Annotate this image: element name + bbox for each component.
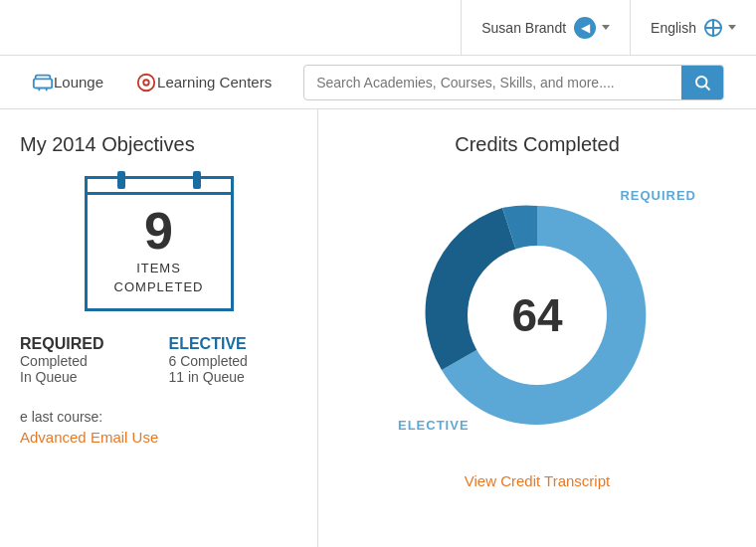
elective-label: ELECTIVE xyxy=(169,335,298,353)
search-icon xyxy=(693,74,711,91)
right-panel: Credits Completed 64 REQU xyxy=(318,109,756,547)
main-content: My 2014 Objectives 9 ITEMS COMPLETED REQ… xyxy=(0,109,756,547)
right-panel-title: Credits Completed xyxy=(348,133,726,156)
user-name: Susan Brandt xyxy=(481,20,566,36)
lounge-nav-item[interactable]: Lounge xyxy=(16,56,119,109)
elective-completed: 6 Completed xyxy=(169,353,298,369)
calendar-pin-right xyxy=(193,171,201,189)
learning-centers-label: Learning Centers xyxy=(157,74,272,91)
required-stat: REQUIRED Completed In Queue xyxy=(20,335,149,385)
svg-point-4 xyxy=(143,80,149,86)
nav-bar: Lounge Learning Centers xyxy=(0,56,756,109)
globe-icon xyxy=(704,19,722,37)
svg-line-6 xyxy=(705,86,709,90)
donut-chart: 64 xyxy=(398,176,676,455)
last-course-label: e last course: xyxy=(20,409,297,425)
calendar-top xyxy=(88,179,231,195)
required-donut-label: REQUIRED xyxy=(620,188,696,203)
learning-centers-icon xyxy=(135,72,157,93)
lounge-label: Lounge xyxy=(54,74,103,91)
view-transcript-link[interactable]: View Credit Transcript xyxy=(465,472,610,489)
svg-point-5 xyxy=(696,77,707,88)
elective-donut-label: ELECTIVE xyxy=(398,418,470,433)
language-dropdown[interactable]: English xyxy=(630,0,756,56)
user-caret-icon xyxy=(602,25,610,30)
search-button[interactable] xyxy=(681,65,723,100)
calendar-number: 9 xyxy=(97,205,221,257)
person-icon: ◀ xyxy=(574,17,596,39)
donut-center-value: 64 xyxy=(511,288,562,342)
last-course-link[interactable]: Advanced Email Use xyxy=(20,429,158,446)
left-panel-title: My 2014 Objectives xyxy=(20,133,297,156)
required-in-queue: In Queue xyxy=(20,369,149,385)
search-input[interactable] xyxy=(304,75,681,91)
user-dropdown[interactable]: Susan Brandt ◀ xyxy=(461,0,630,56)
lounge-icon xyxy=(32,72,54,93)
svg-rect-0 xyxy=(34,79,52,88)
calendar-pin-left xyxy=(117,171,125,189)
calendar-label-line1: ITEMS xyxy=(97,261,221,275)
top-bar-right: Susan Brandt ◀ English xyxy=(461,0,756,56)
svg-point-3 xyxy=(138,74,155,91)
left-panel: My 2014 Objectives 9 ITEMS COMPLETED REQ… xyxy=(0,109,318,547)
stats-row: REQUIRED Completed In Queue ELECTIVE 6 C… xyxy=(20,335,297,385)
required-label: REQUIRED xyxy=(20,335,149,353)
elective-stat: ELECTIVE 6 Completed 11 in Queue xyxy=(169,335,298,385)
top-bar: Susan Brandt ◀ English xyxy=(0,0,756,56)
search-bar xyxy=(303,65,724,100)
lang-caret-icon xyxy=(728,25,736,30)
calendar-widget: 9 ITEMS COMPLETED xyxy=(85,176,234,311)
required-completed: Completed xyxy=(20,353,149,369)
calendar-body: 9 ITEMS COMPLETED xyxy=(88,195,231,308)
donut-wrapper: 64 REQUIRED ELECTIVE xyxy=(398,176,676,464)
calendar-label-line2: COMPLETED xyxy=(97,279,221,294)
learning-centers-nav-item[interactable]: Learning Centers xyxy=(119,56,287,109)
language-label: English xyxy=(651,20,696,36)
elective-in-queue: 11 in Queue xyxy=(169,369,298,385)
